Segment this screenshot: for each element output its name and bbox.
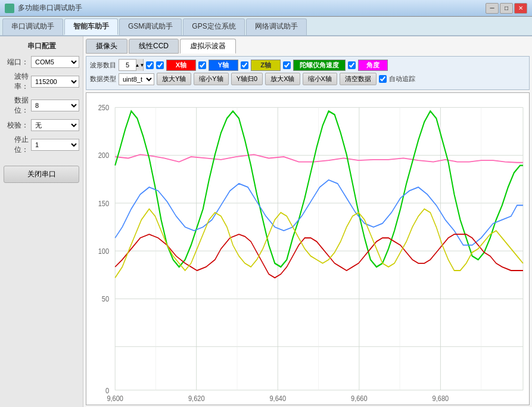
auto-track-label: 自动追踪 bbox=[389, 74, 415, 83]
angle-checkbox[interactable] bbox=[348, 61, 356, 69]
controls-area: 波形数目 ▲▼ X轴 Y轴 Z轴 陀螺仪角速度 bbox=[86, 56, 530, 90]
databits-select[interactable]: 8 bbox=[31, 100, 79, 111]
parity-row: 校验： 无 bbox=[4, 119, 79, 131]
tab-gps[interactable]: GPS定位系统 bbox=[183, 18, 244, 35]
minimize-button[interactable]: ─ bbox=[486, 3, 499, 14]
wave-count-label: 波形数目 bbox=[90, 61, 116, 70]
shrink-y-button[interactable]: 缩小Y轴 bbox=[194, 73, 228, 85]
svg-text:9,620: 9,620 bbox=[188, 394, 205, 403]
sub-tab-ccd[interactable]: 线性CCD bbox=[129, 39, 179, 54]
svg-text:250: 250 bbox=[98, 103, 110, 112]
reset-y-button[interactable]: Y轴归0 bbox=[231, 73, 263, 85]
stopbits-label: 停止位： bbox=[4, 135, 29, 155]
maximize-button[interactable]: □ bbox=[500, 3, 513, 14]
content-area: 摄像头 线性CCD 虚拟示波器 波形数目 ▲▼ X轴 Y轴 bbox=[83, 36, 532, 407]
close-button[interactable]: ✕ bbox=[514, 3, 527, 14]
tab-gsm[interactable]: GSM调试助手 bbox=[119, 18, 182, 35]
sidebar-title: 串口配置 bbox=[4, 41, 79, 51]
z-axis-checkbox[interactable] bbox=[241, 61, 248, 69]
data-type-select[interactable]: uint8_t bbox=[119, 73, 154, 85]
port-row: 端口： COM5 bbox=[4, 56, 79, 68]
svg-text:9,680: 9,680 bbox=[433, 394, 449, 403]
baud-row: 波特率： 115200 bbox=[4, 72, 79, 92]
clear-data-button[interactable]: 清空数据 bbox=[340, 73, 377, 85]
sub-tab-oscilloscope[interactable]: 虚拟示波器 bbox=[180, 39, 236, 54]
x-axis-badge: X轴 bbox=[166, 60, 196, 71]
parity-select[interactable]: 无 bbox=[31, 119, 79, 131]
databits-row: 数据位： 8 bbox=[4, 95, 79, 116]
gyro-checkbox[interactable] bbox=[283, 61, 291, 69]
svg-text:50: 50 bbox=[102, 294, 109, 303]
chart-area: 250 200 150 100 50 0 9,600 9,620 9,640 9… bbox=[86, 92, 530, 405]
window-controls: ─ □ ✕ bbox=[486, 3, 527, 14]
sidebar: 串口配置 端口： COM5 波特率： 115200 数据位： 8 校验： 无 bbox=[0, 36, 83, 407]
app-icon bbox=[5, 4, 14, 13]
data-type-label: 数据类型 bbox=[90, 74, 116, 83]
y-axis-checkbox[interactable] bbox=[198, 61, 206, 69]
sub-tab-camera[interactable]: 摄像头 bbox=[86, 39, 127, 54]
wave-count-spinner[interactable]: ▲▼ bbox=[136, 59, 143, 71]
z-axis-badge: Z轴 bbox=[251, 60, 281, 71]
gyro-badge: 陀螺仪角速度 bbox=[293, 60, 346, 71]
wave-count-spinbox: ▲▼ bbox=[119, 59, 144, 71]
close-port-button[interactable]: 关闭串口 bbox=[4, 166, 79, 183]
tab-smart[interactable]: 智能车助手 bbox=[64, 18, 118, 35]
svg-text:9,640: 9,640 bbox=[269, 394, 286, 403]
app-title: 多功能串口调试助手 bbox=[18, 3, 82, 13]
enlarge-y-button[interactable]: 放大Y轴 bbox=[157, 73, 191, 85]
main-tab-bar: 串口调试助手 智能车助手 GSM调试助手 GPS定位系统 网络调试助手 bbox=[0, 17, 532, 36]
svg-rect-0 bbox=[86, 93, 529, 405]
controls-row-1: 波形数目 ▲▼ X轴 Y轴 Z轴 陀螺仪角速度 bbox=[90, 59, 525, 71]
auto-track-checkbox[interactable] bbox=[379, 75, 387, 83]
baud-label: 波特率： bbox=[4, 72, 29, 92]
tab-serial[interactable]: 串口调试助手 bbox=[2, 18, 63, 35]
baud-select[interactable]: 115200 bbox=[31, 76, 79, 88]
parity-label: 校验： bbox=[4, 120, 29, 131]
port-select[interactable]: COM5 bbox=[31, 56, 79, 68]
y-axis-badge: Y轴 bbox=[209, 60, 238, 71]
main-container: 串口配置 端口： COM5 波特率： 115200 数据位： 8 校验： 无 bbox=[0, 36, 532, 407]
sub-tab-bar: 摄像头 线性CCD 虚拟示波器 bbox=[86, 39, 530, 54]
angle-badge: 角度 bbox=[358, 60, 388, 71]
svg-text:100: 100 bbox=[98, 247, 110, 256]
controls-row-2: 数据类型 uint8_t 放大Y轴 缩小Y轴 Y轴归0 放大X轴 缩小X轴 清空… bbox=[90, 73, 525, 85]
chart-svg: 250 200 150 100 50 0 9,600 9,620 9,640 9… bbox=[86, 93, 529, 405]
svg-text:9,660: 9,660 bbox=[351, 394, 368, 403]
svg-text:9,600: 9,600 bbox=[107, 394, 123, 403]
port-label: 端口： bbox=[4, 57, 29, 67]
svg-text:150: 150 bbox=[98, 199, 110, 208]
shrink-x-button[interactable]: 缩小X轴 bbox=[303, 73, 337, 85]
wave-count-checkbox[interactable] bbox=[146, 61, 154, 69]
tab-network[interactable]: 网络调试助手 bbox=[246, 18, 307, 35]
stopbits-select[interactable]: 1 bbox=[31, 139, 79, 151]
databits-label: 数据位： bbox=[4, 95, 29, 116]
x-axis-checkbox[interactable] bbox=[156, 61, 164, 69]
title-bar: 多功能串口调试助手 ─ □ ✕ bbox=[0, 0, 532, 17]
stopbits-row: 停止位： 1 bbox=[4, 135, 79, 155]
enlarge-x-button[interactable]: 放大X轴 bbox=[265, 73, 300, 85]
svg-text:200: 200 bbox=[98, 151, 110, 160]
wave-count-input[interactable] bbox=[119, 61, 136, 69]
